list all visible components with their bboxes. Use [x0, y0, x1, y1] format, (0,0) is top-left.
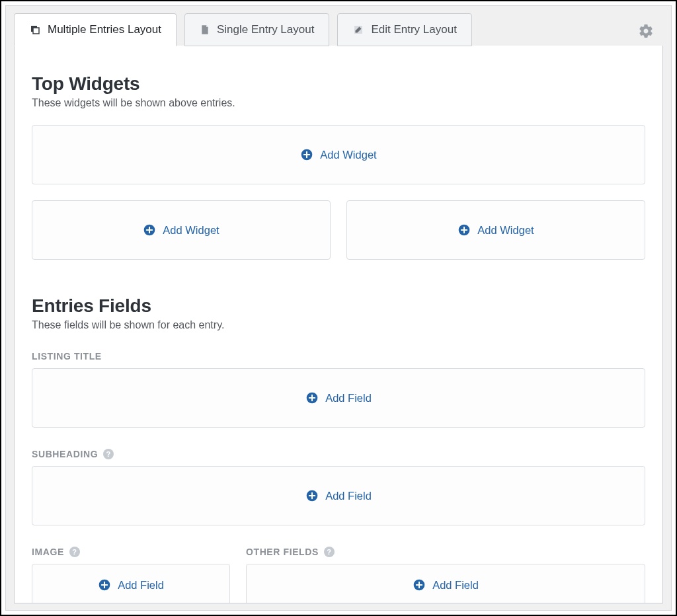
add-field-label: Add Field: [325, 392, 372, 404]
tab-label: Edit Entry Layout: [371, 23, 456, 36]
layout-tabs: Multiple Entries Layout Single Entry Lay…: [6, 6, 671, 46]
help-icon[interactable]: ?: [324, 547, 335, 557]
help-icon[interactable]: ?: [69, 547, 80, 557]
image-zone[interactable]: Add Field: [32, 564, 230, 603]
plus-circle-icon: [98, 578, 111, 592]
add-widget-button[interactable]: Add Widget: [143, 223, 219, 237]
add-field-button[interactable]: Add Field: [305, 391, 372, 404]
page-icon: [200, 24, 210, 36]
add-widget-label: Add Widget: [477, 224, 534, 237]
image-label: IMAGE ?: [32, 547, 230, 557]
top-widgets-desc: These widgets will be shown above entrie…: [32, 97, 645, 109]
add-widget-button[interactable]: Add Widget: [300, 148, 376, 161]
settings-button[interactable]: [638, 23, 654, 42]
add-field-label: Add Field: [325, 490, 372, 502]
plus-circle-icon: [300, 148, 313, 161]
add-field-button[interactable]: Add Field: [413, 578, 479, 592]
plus-circle-icon: [143, 223, 156, 237]
other-fields-label: OTHER FIELDS ?: [246, 547, 645, 557]
tab-edit-entry[interactable]: Edit Entry Layout: [337, 13, 471, 46]
top-widgets-zone-left[interactable]: Add Widget: [32, 200, 331, 260]
help-icon[interactable]: ?: [103, 449, 114, 459]
tab-multiple-entries[interactable]: Multiple Entries Layout: [14, 13, 177, 46]
plus-circle-icon: [413, 578, 426, 592]
listing-title-zone[interactable]: Add Field: [32, 368, 645, 428]
top-widgets-zone-full[interactable]: Add Widget: [32, 125, 645, 184]
tab-content: Top Widgets These widgets will be shown …: [14, 46, 663, 603]
top-widgets-heading: Top Widgets: [32, 73, 645, 95]
entries-fields-heading: Entries Fields: [32, 295, 645, 317]
subheading-zone[interactable]: Add Field: [32, 466, 645, 525]
listing-title-label: LISTING TITLE: [32, 351, 645, 362]
add-field-label: Add Field: [118, 579, 164, 592]
add-widget-label: Add Widget: [163, 224, 219, 237]
tab-label: Multiple Entries Layout: [48, 23, 161, 36]
plus-circle-icon: [458, 223, 471, 237]
tab-label: Single Entry Layout: [217, 23, 314, 36]
plus-circle-icon: [305, 391, 319, 404]
plus-circle-icon: [305, 489, 319, 502]
add-field-button[interactable]: Add Field: [305, 489, 372, 502]
entries-fields-desc: These fields will be shown for each entr…: [32, 319, 645, 331]
edit-icon: [352, 24, 364, 36]
add-field-button[interactable]: Add Field: [98, 578, 164, 592]
add-field-label: Add Field: [432, 579, 479, 592]
other-fields-zone[interactable]: Add Field: [246, 564, 645, 603]
add-widget-button[interactable]: Add Widget: [458, 223, 534, 237]
add-widget-label: Add Widget: [320, 149, 376, 161]
top-widgets-zone-right[interactable]: Add Widget: [346, 200, 645, 260]
layers-icon: [29, 24, 41, 36]
tab-single-entry[interactable]: Single Entry Layout: [184, 13, 329, 46]
subheading-label: SUBHEADING ?: [32, 449, 645, 459]
